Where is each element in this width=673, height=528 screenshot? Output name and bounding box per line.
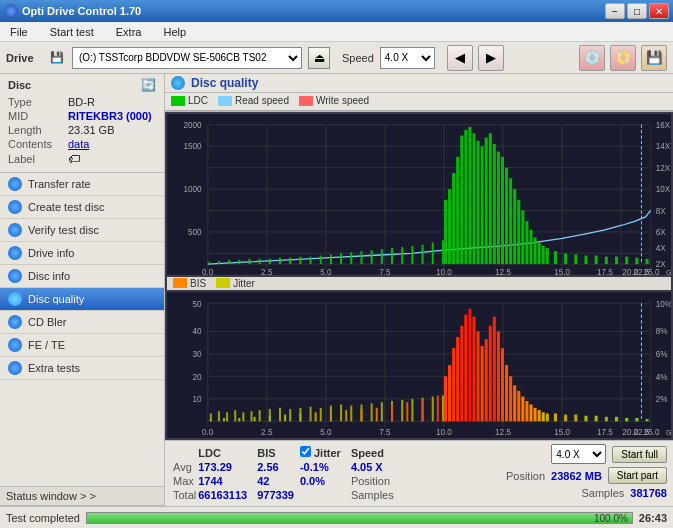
lower-chart: 50 40 30 20 10 10% 8% 6% 4% 2% [167,292,671,438]
disc-refresh-icon[interactable]: 🔄 [141,78,156,92]
nav-label-cd-bler: CD Bler [28,316,67,328]
drive-bar-right: 💿 📀 💾 [577,45,667,71]
svg-rect-146 [250,411,252,421]
contents-label: Contents [8,138,68,150]
svg-rect-190 [477,331,480,421]
menu-extra[interactable]: Extra [110,24,148,40]
svg-text:5.0: 5.0 [320,267,332,275]
eject-button[interactable]: ⏏ [308,47,330,69]
position-row: Position 23862 MB Start part [506,467,667,484]
contents-value[interactable]: data [68,138,89,150]
drive-select[interactable]: (O:) TSSTcorp BDDVDW SE-506CB TS02 [72,47,302,69]
save-icon-button[interactable]: 💾 [641,45,667,71]
stats-right-area: 4.0 X Start full Position 23862 MB Start… [419,444,667,499]
svg-rect-82 [509,178,512,264]
bis-color-swatch [173,278,187,288]
arrow-left-button[interactable]: ◀ [447,45,473,71]
svg-text:4%: 4% [656,371,668,381]
svg-rect-181 [437,395,439,421]
svg-rect-53 [320,256,322,265]
label-icon[interactable]: 🏷 [68,152,80,166]
svg-rect-81 [505,168,508,264]
svg-rect-43 [218,261,220,264]
jitter-checkbox[interactable] [300,446,311,457]
type-value: BD-R [68,96,95,108]
svg-rect-193 [489,326,492,422]
progress-bar: 100.0% [86,512,633,524]
svg-rect-155 [340,404,342,421]
nav-label-drive-info: Drive info [28,247,74,259]
svg-rect-73 [472,133,475,264]
disc-icon-button[interactable]: 💿 [579,45,605,71]
start-full-button[interactable]: Start full [612,446,667,463]
svg-rect-98 [615,257,618,265]
svg-text:15.0: 15.0 [554,426,570,436]
nav-transfer-rate[interactable]: Transfer rate [0,173,164,196]
upper-chart-svg: 2000 1500 1000 500 16X 14X 12X 10X 8X 6X… [167,114,671,275]
minimize-button[interactable]: − [605,3,625,19]
svg-rect-153 [320,408,322,421]
nav-label-extra-tests: Extra tests [28,362,80,374]
svg-rect-198 [509,376,512,421]
svg-rect-209 [564,414,567,421]
create-test-icon [8,200,22,214]
svg-rect-69 [456,157,459,264]
svg-rect-187 [464,314,467,421]
menu-file[interactable]: File [4,24,34,40]
menu-help[interactable]: Help [157,24,192,40]
nav-disc-info[interactable]: Disc info [0,265,164,288]
nav-verify-test-disc[interactable]: Verify test disc [0,219,164,242]
position-val: 23862 MB [551,470,602,482]
menu-bar: File Start test Extra Help [0,22,673,42]
speed-right-select[interactable]: 4.0 X [551,444,606,464]
svg-rect-147 [259,410,261,421]
stats-table: LDC BIS Jitter Speed Avg 173.29 [171,444,396,503]
nav-extra-tests[interactable]: Extra tests [0,357,164,380]
svg-rect-46 [248,259,250,264]
legend-write-speed-label: Write speed [316,95,369,106]
svg-rect-173 [315,412,317,421]
svg-rect-172 [299,413,301,421]
svg-text:6X: 6X [656,227,666,237]
svg-text:5.0: 5.0 [320,426,332,436]
nav-cd-bler[interactable]: CD Bler [0,311,164,334]
svg-rect-143 [226,412,228,421]
svg-text:GB: GB [666,268,671,275]
speed-select[interactable]: 4.0 X [380,47,435,69]
disc-quality-icon [8,292,22,306]
svg-rect-162 [411,399,413,421]
svg-text:50: 50 [193,298,202,308]
nav-create-test-disc[interactable]: Create test disc [0,196,164,219]
svg-rect-208 [554,413,557,421]
svg-rect-63 [422,245,424,264]
legend-ldc: LDC [171,95,208,106]
window-controls: − □ ✕ [605,3,669,19]
svg-rect-80 [501,157,504,264]
svg-rect-197 [505,365,508,421]
drive-bar: Drive 💾 (O:) TSSTcorp BDDVDW SE-506CB TS… [0,42,673,74]
menu-start-test[interactable]: Start test [44,24,100,40]
svg-rect-70 [460,135,463,264]
lower-chart-svg: 50 40 30 20 10 10% 8% 6% 4% 2% [167,292,671,438]
nav-disc-quality[interactable]: Disc quality [0,288,164,311]
arrow-right-button[interactable]: ▶ [478,45,504,71]
upper-chart: 2000 1500 1000 500 16X 14X 12X 10X 8X 6X… [167,114,671,275]
svg-rect-92 [554,251,557,264]
svg-rect-205 [538,410,541,421]
close-button[interactable]: ✕ [649,3,669,19]
start-part-button[interactable]: Start part [608,467,667,484]
svg-rect-213 [605,417,608,421]
disc2-icon-button[interactable]: 📀 [610,45,636,71]
svg-rect-168 [238,418,240,421]
samples-val: 381768 [630,487,667,499]
maximize-button[interactable]: □ [627,3,647,19]
nav-drive-info[interactable]: Drive info [0,242,164,265]
status-window-button[interactable]: Status window > > [0,486,164,506]
svg-rect-51 [299,257,301,265]
svg-text:12.5: 12.5 [495,267,511,275]
svg-rect-200 [517,391,520,421]
svg-text:25.0: 25.0 [644,267,660,275]
svg-rect-78 [493,144,496,264]
nav-fe-te[interactable]: FE / TE [0,334,164,357]
svg-rect-99 [625,257,628,265]
